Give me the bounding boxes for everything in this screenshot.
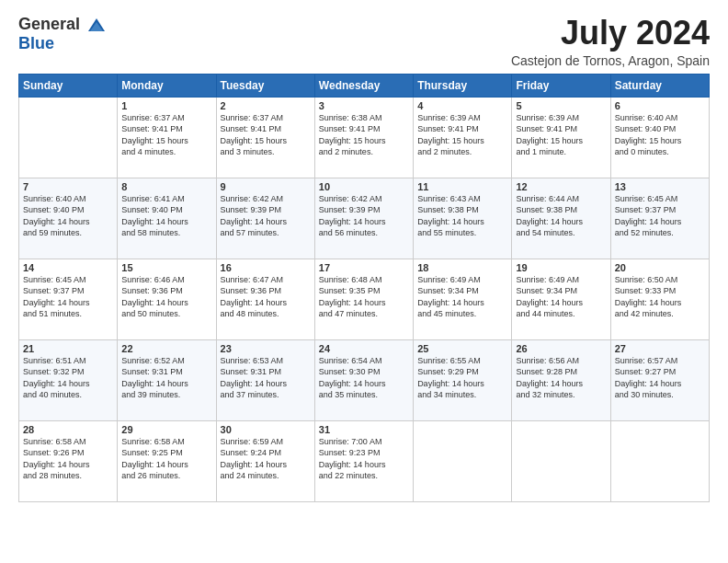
week-row-5: 28Sunrise: 6:58 AMSunset: 9:26 PMDayligh…: [19, 420, 710, 501]
day-info: Sunrise: 6:48 AMSunset: 9:35 PMDaylight:…: [319, 274, 409, 320]
calendar-cell: 26Sunrise: 6:56 AMSunset: 9:28 PMDayligh…: [512, 339, 610, 420]
day-number: 28: [23, 424, 113, 435]
day-info: Sunrise: 6:37 AMSunset: 9:41 PMDaylight:…: [221, 112, 311, 158]
day-info: Sunrise: 6:46 AMSunset: 9:36 PMDaylight:…: [121, 274, 211, 320]
day-number: 16: [221, 262, 311, 273]
day-number: 6: [615, 100, 705, 111]
day-info: Sunrise: 6:56 AMSunset: 9:28 PMDaylight:…: [516, 355, 606, 401]
calendar-cell: 18Sunrise: 6:49 AMSunset: 9:34 PMDayligh…: [414, 259, 512, 339]
day-info: Sunrise: 6:47 AMSunset: 9:36 PMDaylight:…: [221, 274, 311, 320]
calendar-cell: 5Sunrise: 6:39 AMSunset: 9:41 PMDaylight…: [512, 97, 610, 178]
calendar-cell: 25Sunrise: 6:55 AMSunset: 9:29 PMDayligh…: [414, 339, 512, 420]
week-row-2: 7Sunrise: 6:40 AMSunset: 9:40 PMDaylight…: [19, 178, 710, 259]
calendar-cell: 12Sunrise: 6:44 AMSunset: 9:38 PMDayligh…: [512, 178, 610, 259]
calendar-cell: 13Sunrise: 6:45 AMSunset: 9:37 PMDayligh…: [610, 178, 709, 259]
calendar-cell: 14Sunrise: 6:45 AMSunset: 9:37 PMDayligh…: [19, 259, 118, 339]
day-info: Sunrise: 6:40 AMSunset: 9:40 PMDaylight:…: [23, 193, 113, 239]
day-number: 5: [516, 100, 606, 111]
day-info: Sunrise: 7:00 AMSunset: 9:23 PMDaylight:…: [319, 436, 409, 482]
day-number: 12: [516, 181, 606, 192]
day-info: Sunrise: 6:43 AMSunset: 9:38 PMDaylight:…: [417, 193, 507, 239]
calendar-cell: 30Sunrise: 6:59 AMSunset: 9:24 PMDayligh…: [216, 420, 314, 501]
day-info: Sunrise: 6:39 AMSunset: 9:41 PMDaylight:…: [417, 112, 507, 158]
logo-general: General: [18, 15, 80, 33]
day-info: Sunrise: 6:51 AMSunset: 9:32 PMDaylight:…: [23, 355, 113, 401]
day-info: Sunrise: 6:57 AMSunset: 9:27 PMDaylight:…: [615, 355, 705, 401]
calendar-cell: 2Sunrise: 6:37 AMSunset: 9:41 PMDaylight…: [216, 97, 314, 178]
calendar-cell: 31Sunrise: 7:00 AMSunset: 9:23 PMDayligh…: [314, 420, 413, 501]
calendar-cell: 4Sunrise: 6:39 AMSunset: 9:41 PMDaylight…: [414, 97, 512, 178]
calendar-cell: 24Sunrise: 6:54 AMSunset: 9:30 PMDayligh…: [314, 339, 413, 420]
calendar-cell: 15Sunrise: 6:46 AMSunset: 9:36 PMDayligh…: [118, 259, 216, 339]
header: General Blue July 2024 Castejon de Torno…: [18, 15, 710, 68]
day-info: Sunrise: 6:58 AMSunset: 9:26 PMDaylight:…: [23, 436, 113, 482]
header-row: Sunday Monday Tuesday Wednesday Thursday…: [19, 74, 710, 97]
day-number: 23: [221, 343, 311, 354]
day-number: 3: [319, 100, 409, 111]
col-wednesday: Wednesday: [314, 74, 413, 97]
calendar-cell: 3Sunrise: 6:38 AMSunset: 9:41 PMDaylight…: [314, 97, 413, 178]
day-info: Sunrise: 6:59 AMSunset: 9:24 PMDaylight:…: [221, 436, 311, 482]
day-info: Sunrise: 6:42 AMSunset: 9:39 PMDaylight:…: [221, 193, 311, 239]
calendar-cell: 28Sunrise: 6:58 AMSunset: 9:26 PMDayligh…: [19, 420, 118, 501]
day-number: 18: [417, 262, 507, 273]
day-info: Sunrise: 6:40 AMSunset: 9:40 PMDaylight:…: [615, 112, 705, 158]
col-sunday: Sunday: [19, 74, 118, 97]
day-number: 7: [23, 181, 113, 192]
col-saturday: Saturday: [610, 74, 709, 97]
day-number: 22: [121, 343, 211, 354]
calendar-cell: 29Sunrise: 6:58 AMSunset: 9:25 PMDayligh…: [118, 420, 216, 501]
day-number: 10: [319, 181, 409, 192]
day-info: Sunrise: 6:45 AMSunset: 9:37 PMDaylight:…: [23, 274, 113, 320]
calendar-cell: 11Sunrise: 6:43 AMSunset: 9:38 PMDayligh…: [414, 178, 512, 259]
calendar-cell: [610, 420, 709, 501]
day-number: 21: [23, 343, 113, 354]
day-number: 2: [221, 100, 311, 111]
day-info: Sunrise: 6:39 AMSunset: 9:41 PMDaylight:…: [516, 112, 606, 158]
day-number: 15: [121, 262, 211, 273]
page: General Blue July 2024 Castejon de Torno…: [0, 0, 728, 563]
day-number: 31: [319, 424, 409, 435]
day-number: 27: [615, 343, 705, 354]
day-number: 24: [319, 343, 409, 354]
calendar-cell: 9Sunrise: 6:42 AMSunset: 9:39 PMDaylight…: [216, 178, 314, 259]
week-row-1: 1Sunrise: 6:37 AMSunset: 9:41 PMDaylight…: [19, 97, 710, 178]
calendar-cell: 23Sunrise: 6:53 AMSunset: 9:31 PMDayligh…: [216, 339, 314, 420]
month-title: July 2024: [511, 15, 710, 52]
day-number: 20: [615, 262, 705, 273]
day-number: 30: [221, 424, 311, 435]
calendar-cell: 21Sunrise: 6:51 AMSunset: 9:32 PMDayligh…: [19, 339, 118, 420]
logo-blue: Blue: [18, 34, 54, 52]
week-row-4: 21Sunrise: 6:51 AMSunset: 9:32 PMDayligh…: [19, 339, 710, 420]
day-info: Sunrise: 6:42 AMSunset: 9:39 PMDaylight:…: [319, 193, 409, 239]
calendar-cell: 6Sunrise: 6:40 AMSunset: 9:40 PMDaylight…: [610, 97, 709, 178]
week-row-3: 14Sunrise: 6:45 AMSunset: 9:37 PMDayligh…: [19, 259, 710, 339]
day-info: Sunrise: 6:41 AMSunset: 9:40 PMDaylight:…: [121, 193, 211, 239]
calendar-cell: 27Sunrise: 6:57 AMSunset: 9:27 PMDayligh…: [610, 339, 709, 420]
day-info: Sunrise: 6:45 AMSunset: 9:37 PMDaylight:…: [615, 193, 705, 239]
day-number: 13: [615, 181, 705, 192]
day-number: 11: [417, 181, 507, 192]
col-friday: Friday: [512, 74, 610, 97]
col-monday: Monday: [118, 74, 216, 97]
calendar-cell: 1Sunrise: 6:37 AMSunset: 9:41 PMDaylight…: [118, 97, 216, 178]
logo-icon: [86, 15, 107, 35]
calendar-cell: 10Sunrise: 6:42 AMSunset: 9:39 PMDayligh…: [314, 178, 413, 259]
day-info: Sunrise: 6:38 AMSunset: 9:41 PMDaylight:…: [319, 112, 409, 158]
calendar-cell: 20Sunrise: 6:50 AMSunset: 9:33 PMDayligh…: [610, 259, 709, 339]
day-info: Sunrise: 6:37 AMSunset: 9:41 PMDaylight:…: [121, 112, 211, 158]
day-number: 4: [417, 100, 507, 111]
day-number: 29: [121, 424, 211, 435]
calendar-cell: 17Sunrise: 6:48 AMSunset: 9:35 PMDayligh…: [314, 259, 413, 339]
calendar-cell: 22Sunrise: 6:52 AMSunset: 9:31 PMDayligh…: [118, 339, 216, 420]
day-info: Sunrise: 6:54 AMSunset: 9:30 PMDaylight:…: [319, 355, 409, 401]
calendar-table: Sunday Monday Tuesday Wednesday Thursday…: [18, 74, 710, 502]
location: Castejon de Tornos, Aragon, Spain: [511, 53, 710, 68]
calendar-cell: [512, 420, 610, 501]
col-tuesday: Tuesday: [216, 74, 314, 97]
logo: General Blue: [18, 15, 107, 53]
title-block: July 2024 Castejon de Tornos, Aragon, Sp…: [511, 15, 710, 68]
day-number: 14: [23, 262, 113, 273]
day-info: Sunrise: 6:49 AMSunset: 9:34 PMDaylight:…: [417, 274, 507, 320]
calendar-cell: [19, 97, 118, 178]
